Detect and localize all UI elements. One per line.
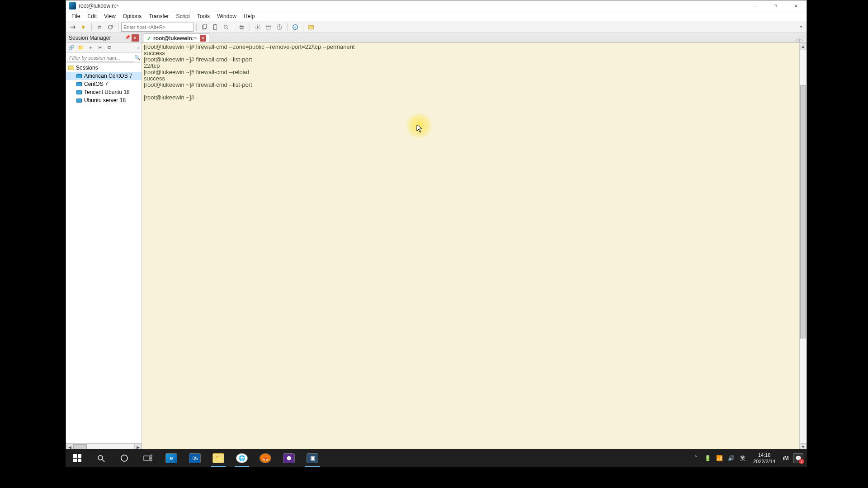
maximize-button[interactable]: ☐ [765, 0, 786, 11]
disconnect-icon[interactable] [105, 22, 115, 32]
session-manager-close-icon[interactable]: ✕ [132, 34, 139, 42]
cut-icon[interactable]: ✂ [95, 44, 104, 52]
scroll-up-icon[interactable]: ▲ [800, 43, 807, 50]
taskbar-app-terminal[interactable]: ▣ [301, 449, 324, 467]
menu-transfer[interactable]: Transfer [145, 12, 172, 20]
scroll-thumb[interactable] [800, 85, 806, 338]
duplicate-icon[interactable]: ⧉ [105, 44, 114, 52]
filter-row: 🔍 [66, 53, 142, 63]
wifi-icon[interactable]: 📶 [715, 454, 723, 462]
menu-edit[interactable]: Edit [84, 12, 100, 20]
toolbar-separator [91, 23, 92, 31]
host-input[interactable] [121, 23, 193, 32]
terminal-view[interactable]: [root@lukeewin ~]# firewall-cmd --zone=p… [142, 43, 799, 450]
menu-script[interactable]: Script [172, 12, 193, 20]
taskbar-app-edge[interactable]: e [160, 449, 183, 467]
tab-close-icon[interactable]: ✕ [200, 35, 206, 42]
clock[interactable]: 14:16 2022/2/14 [753, 452, 775, 465]
cortana-button[interactable] [113, 449, 136, 467]
svg-rect-6 [241, 25, 243, 26]
menu-options[interactable]: Options [119, 12, 145, 20]
battery-icon[interactable]: 🔋 [703, 454, 712, 462]
menu-help[interactable]: Help [240, 12, 259, 20]
session-item[interactable]: Ubuntu server 18 [66, 96, 142, 104]
tray-app-icon[interactable]: ıM [782, 454, 790, 462]
keymap-icon[interactable] [274, 22, 284, 32]
svg-rect-22 [150, 455, 152, 457]
svg-rect-2 [214, 24, 217, 29]
scroll-track[interactable] [800, 50, 807, 443]
menu-tools[interactable]: Tools [193, 12, 213, 20]
taskbar-app-firefox[interactable]: 🦊 [254, 449, 277, 467]
session-item[interactable]: American CentOS 7 [66, 72, 142, 80]
search-icon[interactable]: 🔍 [134, 54, 141, 62]
cursor-highlight [406, 113, 432, 138]
tab-prev-icon[interactable]: ◁ [795, 38, 798, 42]
link-icon[interactable]: 🔗 [67, 44, 76, 52]
terminal-column: root@lukeewin:~ ✕ ◁ ▷ [root@lukeewin ~]#… [142, 33, 807, 450]
ime-lang[interactable]: 英 [739, 454, 747, 462]
print-icon[interactable] [237, 22, 247, 32]
connect-icon[interactable] [68, 22, 78, 32]
taskbar-app-explorer[interactable]: 📁 [207, 449, 230, 467]
taskbar-app-chrome[interactable]: 🌐 [230, 449, 254, 467]
menu-window[interactable]: Window [213, 12, 240, 20]
session-tree[interactable]: Sessions American CentOS 7 CentOS 7 Tenc… [66, 63, 142, 443]
taskbar-app-store[interactable]: 🛍 [183, 449, 207, 467]
session-manager-toolbar: 🔗 📁 ＋ ✂ ⧉ » [66, 43, 142, 53]
titlebar: root@lukeewin:~ — ☐ ✕ [66, 0, 807, 11]
sessions-folder[interactable]: Sessions [66, 64, 142, 72]
minimize-button[interactable]: — [744, 0, 765, 11]
close-button[interactable]: ✕ [786, 0, 807, 11]
session-item[interactable]: CentOS 7 [66, 80, 142, 88]
terminal-vscroll[interactable]: ▲ ▼ [799, 43, 807, 450]
svg-rect-16 [78, 454, 81, 458]
volume-icon[interactable]: 🔊 [727, 454, 735, 462]
settings-icon[interactable] [253, 22, 263, 32]
session-icon [76, 97, 82, 103]
paste-icon[interactable] [210, 22, 220, 32]
svg-rect-1 [203, 24, 206, 28]
tray-chevron-icon[interactable]: ˄ [692, 454, 700, 462]
session-toolbar-overflow-icon[interactable]: » [137, 46, 141, 50]
toolbar-separator [118, 23, 118, 31]
tab-label: root@lukeewin:~ [153, 35, 197, 42]
task-view-button[interactable] [136, 449, 160, 467]
svg-point-19 [98, 455, 103, 460]
taskbar: e 🛍 📁 🌐 🦊 ⬢ ▣ ˄ 🔋 📶 🔊 英 14:16 2022/2/14 … [66, 449, 807, 467]
app-icon [69, 2, 76, 9]
find-icon[interactable] [221, 22, 231, 32]
mouse-cursor-icon [416, 124, 423, 133]
taskbar-app-ide[interactable]: ⬢ [277, 449, 301, 467]
notification-icon[interactable]: 💬2 [793, 453, 803, 463]
toolbar-overflow-icon[interactable]: ▾ [800, 25, 802, 29]
reconnect-icon[interactable] [94, 22, 104, 32]
tab-status-connected-icon [147, 37, 151, 40]
session-manager-title: Session Manager [69, 35, 124, 41]
menu-file[interactable]: File [68, 12, 84, 20]
session-icon [76, 89, 82, 95]
session-label: Ubuntu server 18 [84, 97, 126, 103]
toolbar: ? ▾ [66, 21, 807, 33]
start-button[interactable] [66, 449, 89, 467]
new-folder-icon[interactable]: 📁 [76, 44, 85, 52]
tab-bar: root@lukeewin:~ ✕ ◁ ▷ [142, 33, 807, 43]
pin-icon[interactable]: 📌 [124, 35, 131, 41]
folder-label: Sessions [76, 65, 98, 71]
folder-icon [68, 65, 74, 71]
quick-connect-icon[interactable] [79, 22, 89, 32]
sftp-icon[interactable] [306, 22, 316, 32]
terminal-tab[interactable]: root@lukeewin:~ ✕ [144, 33, 209, 42]
svg-rect-18 [78, 459, 81, 462]
session-icon [76, 73, 82, 79]
help-icon[interactable]: ? [290, 22, 300, 32]
session-item[interactable]: Tencent Ubuntu 18 [66, 88, 142, 96]
add-icon[interactable]: ＋ [86, 44, 95, 52]
tab-next-icon[interactable]: ▷ [799, 38, 803, 42]
copy-icon[interactable] [199, 22, 209, 32]
filter-input[interactable] [67, 54, 134, 62]
search-button[interactable] [89, 449, 113, 467]
menu-view[interactable]: View [100, 12, 119, 20]
svg-rect-21 [144, 456, 149, 460]
session-options-icon[interactable] [264, 22, 274, 32]
